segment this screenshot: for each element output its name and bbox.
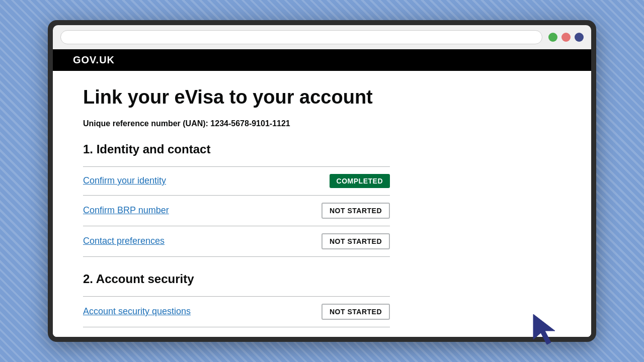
device-frame: GOV.UK Link your eVisa to your account U… xyxy=(48,20,596,342)
uan-reference: Unique reference number (UAN): 1234-5678… xyxy=(83,119,561,128)
contact-preferences-link[interactable]: Contact preferences xyxy=(83,236,165,246)
section2-heading: 2. Account security xyxy=(83,272,561,286)
status-badge: NOT STARTED xyxy=(321,304,390,320)
table-row: Contact preferences NOT STARTED xyxy=(83,226,390,257)
confirm-brp-link[interactable]: Confirm BRP number xyxy=(83,205,169,216)
address-bar[interactable] xyxy=(60,30,542,44)
dot-red xyxy=(561,33,571,42)
traffic-lights xyxy=(548,33,584,42)
status-badge: NOT STARTED xyxy=(321,233,390,249)
browser-chrome xyxy=(53,25,591,49)
table-row: Account security questions NOT STARTED xyxy=(83,297,390,327)
section2-task-list: Account security questions NOT STARTED xyxy=(83,296,390,327)
table-row: Confirm your identity COMPLETED xyxy=(83,167,390,196)
dot-green xyxy=(548,33,557,42)
confirm-identity-link[interactable]: Confirm your identity xyxy=(83,175,166,186)
status-badge: NOT STARTED xyxy=(321,203,390,219)
page-title: Link your eVisa to your account xyxy=(83,86,561,109)
section1-task-list: Confirm your identity COMPLETED Confirm … xyxy=(83,166,390,257)
govuk-header: GOV.UK xyxy=(53,49,591,71)
section1-heading: 1. Identity and contact xyxy=(83,142,561,156)
govuk-logo: GOV.UK xyxy=(73,54,115,65)
page-content: Link your eVisa to your account Unique r… xyxy=(53,71,591,337)
table-row: Confirm BRP number NOT STARTED xyxy=(83,196,390,226)
dot-blue xyxy=(575,33,584,42)
browser-content: GOV.UK Link your eVisa to your account U… xyxy=(53,49,591,337)
account-security-link[interactable]: Account security questions xyxy=(83,306,191,317)
status-badge: COMPLETED xyxy=(330,174,390,188)
